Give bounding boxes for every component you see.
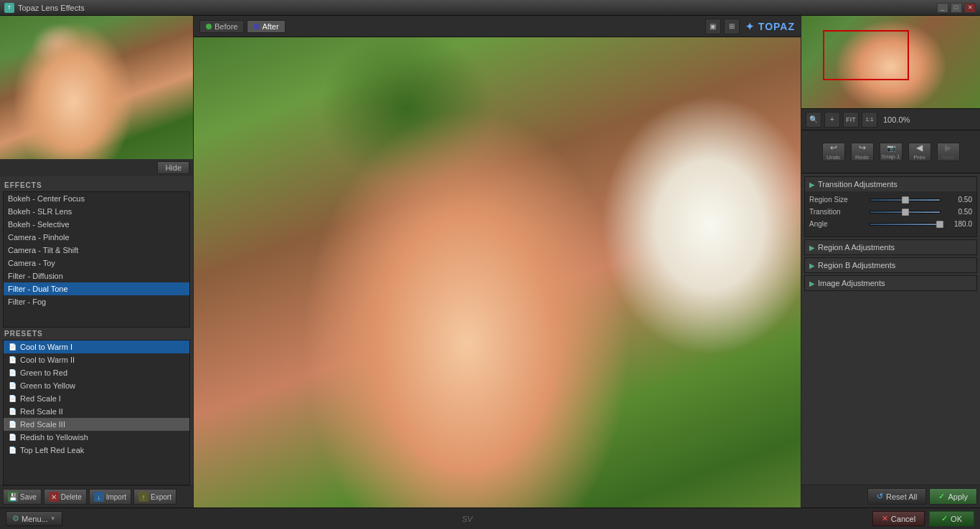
minimize-button[interactable]: _ xyxy=(937,3,948,13)
menu-icon: ⚙ xyxy=(12,514,19,523)
transition-label2: Transition xyxy=(809,208,867,216)
transition-adjustments-title: Transition Adjustments xyxy=(818,180,897,189)
effect-item[interactable]: Bokeh - SLR Lens xyxy=(4,205,189,218)
effect-item[interactable]: Filter - Dual Tone xyxy=(4,282,189,295)
delete-button[interactable]: ✕ Delete xyxy=(44,489,87,505)
region-size-slider[interactable] xyxy=(870,199,941,201)
export-button[interactable]: ↑ Export xyxy=(133,489,176,505)
cancel-icon: ✕ xyxy=(882,514,888,523)
undo-button[interactable]: ↩ Undo xyxy=(822,143,845,161)
prev-label: Prev xyxy=(913,154,925,161)
angle-row: Angle 180.0 xyxy=(809,220,972,228)
image-adjustments-header[interactable]: ▶ Image Adjustments xyxy=(805,276,976,290)
close-button[interactable]: ✕ xyxy=(964,3,976,13)
bottom-right-buttons: ✕ Cancel ✓ OK xyxy=(872,511,974,526)
fit-button[interactable]: FIT xyxy=(843,112,859,128)
preset-item[interactable]: 📄Red Scale I xyxy=(4,392,189,405)
effect-item[interactable]: Filter - Fog xyxy=(4,295,189,308)
region-a-header[interactable]: ▶ Region A Adjustments xyxy=(805,240,976,254)
right-toolbar: 🔍 + FIT 1:1 100.0% xyxy=(801,109,980,130)
preset-item[interactable]: 📄Cool to Warm I xyxy=(4,340,189,353)
reset-all-button[interactable]: ↺ Reset All xyxy=(867,488,926,505)
preset-item[interactable]: 📄Redish to Yellowish xyxy=(4,431,189,444)
split-view-button[interactable]: ⊞ xyxy=(724,19,740,34)
after-button[interactable]: After xyxy=(247,20,285,33)
region-size-row: Region Size 0.50 xyxy=(809,196,972,204)
zoom-out-button[interactable]: 🔍 xyxy=(806,112,821,128)
transition-value: 0.50 xyxy=(943,208,972,216)
import-button[interactable]: ↓ Import xyxy=(89,489,131,505)
transition-row: Transition 0.50 xyxy=(809,208,972,216)
preset-doc-icon: 📄 xyxy=(8,356,17,364)
watermark: SV xyxy=(68,515,867,523)
cancel-button[interactable]: ✕ Cancel xyxy=(872,511,925,526)
menu-arrow-icon: ▼ xyxy=(50,515,56,522)
preset-label: Top Left Red Leak xyxy=(20,446,84,454)
preset-label: Green to Yellow xyxy=(20,381,75,390)
preset-item[interactable]: 📄Green to Red xyxy=(4,366,189,379)
angle-slider[interactable] xyxy=(870,223,941,226)
transition-track xyxy=(870,211,940,213)
effect-item[interactable]: Filter - Diffusion xyxy=(4,270,189,282)
effect-item[interactable]: Bokeh - Center Focus xyxy=(4,192,189,205)
zoom-in-button[interactable]: + xyxy=(824,112,840,128)
ok-icon: ✓ xyxy=(941,514,948,523)
right-panel: 🔍 + FIT 1:1 100.0% ↩ Undo ↪ Redo 📷 Snap-… xyxy=(801,16,980,507)
effects-list[interactable]: Bokeh - Center FocusBokeh - SLR LensBoke… xyxy=(3,191,190,328)
transition-adjustments-header[interactable]: ▶ Transition Adjustments xyxy=(805,177,976,191)
hide-button[interactable]: Hide xyxy=(157,161,189,174)
region-size-value: 0.50 xyxy=(943,196,972,204)
presets-list[interactable]: 📄Cool to Warm I📄Cool to Warm II📄Green to… xyxy=(3,340,190,485)
effects-section: EFFECTS Bokeh - Center FocusBokeh - SLR … xyxy=(0,176,193,328)
preset-item[interactable]: 📄Top Left Red Leak xyxy=(4,444,189,457)
title-bar: T Topaz Lens Effects _ □ ✕ xyxy=(0,0,980,16)
transition-slider[interactable] xyxy=(870,211,941,214)
undo-label: Undo xyxy=(826,154,840,161)
menu-button[interactable]: ⚙ Menu... ▼ xyxy=(6,511,62,526)
preset-item[interactable]: 📄Green to Yellow xyxy=(4,379,189,392)
preset-item[interactable]: 📄Cool to Warm II xyxy=(4,353,189,366)
effect-item[interactable]: Camera - Pinhole xyxy=(4,231,189,244)
preset-label: Cool to Warm I xyxy=(20,343,72,351)
actual-size-button[interactable]: 1:1 xyxy=(862,112,877,128)
bottom-bar: ⚙ Menu... ▼ SV ✕ Cancel ✓ OK xyxy=(0,507,980,529)
apply-button[interactable]: ✓ Apply xyxy=(929,488,977,505)
next-button[interactable]: ▶ Next xyxy=(937,143,960,161)
before-button[interactable]: Before xyxy=(199,20,244,33)
region-size-thumb[interactable] xyxy=(902,196,909,204)
region-size-label: Region Size xyxy=(809,196,867,204)
effect-item[interactable]: Camera - Tilt & Shift xyxy=(4,244,189,257)
preset-item[interactable]: 📄Red Scale II xyxy=(4,405,189,418)
region-a-title: Region A Adjustments xyxy=(818,243,895,252)
snap1-button[interactable]: 📷 Snap-1 xyxy=(880,143,903,161)
preview-thumbnail xyxy=(801,16,980,109)
region-b-arrow-icon: ▶ xyxy=(809,262,815,270)
canvas-toolbar: Before After ▣ ⊞ ✦ TOPAZ xyxy=(194,16,801,37)
effect-item[interactable]: Bokeh - Selective xyxy=(4,218,189,231)
single-view-button[interactable]: ▣ xyxy=(705,19,721,34)
region-b-header[interactable]: ▶ Region B Adjustments xyxy=(805,258,976,272)
save-button[interactable]: 💾 Save xyxy=(3,489,42,505)
prev-button[interactable]: ◀ Prev xyxy=(908,143,931,161)
maximize-button[interactable]: □ xyxy=(951,3,962,13)
snap1-label: Snap-1 xyxy=(882,153,900,160)
redo-button[interactable]: ↪ Redo xyxy=(851,143,874,161)
ok-button[interactable]: ✓ OK xyxy=(929,511,974,526)
transition-adjustments-body: Region Size 0.50 Transition xyxy=(805,191,976,237)
export-icon: ↑ xyxy=(138,492,149,502)
transition-arrow-icon: ▶ xyxy=(809,181,815,189)
transition-thumb[interactable] xyxy=(902,209,909,216)
after-dot xyxy=(253,24,259,29)
preset-label: Red Scale I xyxy=(20,394,61,403)
preset-label: Redish to Yellowish xyxy=(20,433,88,442)
next-label: Next xyxy=(942,154,953,161)
thumbnail-area xyxy=(0,16,193,159)
angle-thumb[interactable] xyxy=(936,221,943,228)
before-dot xyxy=(206,24,212,29)
redo-label: Redo xyxy=(855,154,869,161)
canvas-area[interactable] xyxy=(194,37,801,507)
transition-adjustments-section: ▶ Transition Adjustments Region Size 0.5… xyxy=(804,176,977,237)
preset-item[interactable]: 📄Red Scale III xyxy=(4,418,189,431)
effect-item[interactable]: Camera - Toy xyxy=(4,257,189,270)
preset-doc-icon: 📄 xyxy=(8,394,17,403)
